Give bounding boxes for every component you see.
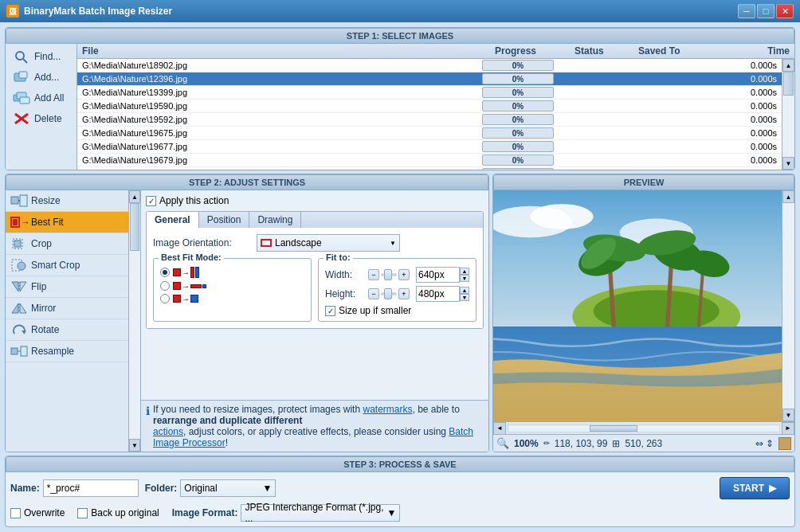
preview-image [493,190,782,421]
add-all-label: Add All [34,92,64,104]
height-slider-track[interactable] [381,292,397,295]
apply-action-row: Apply this action [146,195,484,206]
sidebar-item-mirror[interactable]: Mirror [6,298,128,319]
preview-scroll-left[interactable]: ◄ [493,422,506,435]
batch-processor-link[interactable]: Batch Image Processor [153,426,473,448]
height-slider-thumb[interactable] [384,288,392,299]
height-spin-down[interactable]: ▼ [460,294,469,301]
sidebar-item-resize[interactable]: Resize [6,190,128,212]
apply-checkbox[interactable] [146,196,156,206]
table-row[interactable]: G:\Media\Nature\19592.jpg 0% 0.000s [77,113,782,127]
file-list-content: G:\Media\Nature\18902.jpg 0% 0.000s G:\M… [77,59,782,170]
sidebar-scrollbar[interactable]: ▲ ▼ [128,190,140,452]
radio-bestfit-3[interactable] [160,294,170,303]
table-row[interactable]: G:\Media\Nature\19697.jpg 0% 0.000s [77,167,782,170]
maximize-button[interactable]: □ [757,4,775,18]
width-increase-btn[interactable]: + [398,269,410,280]
radio-bestfit-1[interactable] [160,268,170,277]
find-button[interactable]: Find... [9,47,73,66]
zoom-out-icon[interactable]: 🔍 [496,437,509,449]
width-input[interactable]: 640px [416,267,460,283]
preview-vscrollbar[interactable]: ▲ ▼ [782,190,794,421]
sidebar-item-rotate[interactable]: Rotate [6,319,128,341]
height-input[interactable]: 480px [416,286,460,302]
play-icon: ▶ [769,483,776,494]
radio-row-1: → [160,267,304,278]
col-header-saved: Saved To [638,45,734,57]
size-up-row: Size up if smaller [325,305,469,316]
bestfit-icon-2: → [173,282,206,291]
height-decrease-btn[interactable]: − [368,288,379,299]
scroll-down-arrow[interactable]: ▼ [782,157,794,170]
table-row[interactable]: G:\Media\Nature\12396.jpg 0% 0.000s [77,72,782,86]
preview-hscrollbar: ◄ ► [493,421,794,434]
scroll-up-arrow[interactable]: ▲ [782,59,794,72]
sidebar-scroll-up[interactable]: ▲ [129,190,140,203]
sidebar-item-label: Mirror [31,303,56,314]
table-row[interactable]: G:\Media\Nature\19675.jpg 0% 0.000s [77,127,782,140]
info-icon: ℹ [146,405,150,417]
file-list-vscrollbar[interactable]: ▲ ▼ [782,59,794,170]
file-path: G:\Media\Nature\12396.jpg [82,74,482,84]
delete-button[interactable]: Delete [9,109,73,128]
table-row[interactable]: G:\Media\Nature\19677.jpg 0% 0.000s [77,140,782,154]
overwrite-checkbox[interactable] [10,508,21,518]
sidebar-scroll-track [129,203,140,439]
actions-link[interactable]: actions [153,426,183,437]
svg-marker-25 [22,331,26,334]
orientation-select[interactable]: Landscape ▼ [257,234,400,252]
tab-drawing[interactable]: Drawing [249,212,301,228]
sidebar-actions: Resize → Best Fit Crop [6,190,128,452]
format-select[interactable]: JPEG Interchange Format (*.jpg, ... ▼ [241,504,400,522]
add-button[interactable]: Add... [9,68,73,87]
size-up-checkbox[interactable] [325,306,335,316]
sidebar-item-label: Rotate [31,324,59,335]
delete-label: Delete [34,113,62,124]
col-header-file: File [82,45,495,57]
height-spin-up[interactable]: ▲ [460,287,469,294]
width-slider-thumb[interactable] [384,269,392,280]
sidebar-scroll-thumb[interactable] [130,203,139,251]
sidebar-scroll-down[interactable]: ▼ [129,439,140,452]
tab-position[interactable]: Position [199,212,250,228]
bestfit-icon-3: → [173,295,198,303]
name-input[interactable] [43,479,139,497]
folder-select[interactable]: Original ▼ [180,479,276,497]
backup-field: Back up original [77,507,159,518]
height-increase-btn[interactable]: + [398,288,410,299]
sidebar-item-label: Resample [31,346,74,357]
flip-icon [10,280,28,294]
sidebar-item-resample[interactable]: Resample [6,341,128,362]
table-row[interactable]: G:\Media\Nature\18902.jpg 0% 0.000s [77,59,782,72]
minimize-button[interactable]: ─ [738,4,755,18]
add-all-button[interactable]: Add All [9,88,73,108]
close-button[interactable]: ✕ [776,4,794,18]
sidebar-item-flip[interactable]: Flip [6,276,128,298]
radio-bestfit-2[interactable] [160,281,170,291]
sidebar-item-smart-crop[interactable]: Smart Crop [6,255,128,276]
step3-body: Name: Folder: Original ▼ START ▶ [6,472,794,504]
table-row[interactable]: G:\Media\Nature\19399.jpg 0% 0.000s [77,86,782,100]
sidebar-item-best-fit[interactable]: → Best Fit [6,212,128,233]
table-row[interactable]: G:\Media\Nature\19679.jpg 0% 0.000s [77,154,782,167]
width-decrease-btn[interactable]: − [368,269,379,280]
preview-scroll-down[interactable]: ▼ [782,409,794,421]
width-spin-up[interactable]: ▲ [460,268,469,275]
preview-hscroll-thumb[interactable] [590,425,637,432]
svg-point-31 [531,204,594,229]
preview-scroll-up[interactable]: ▲ [782,190,794,203]
overwrite-label: Overwrite [24,507,65,518]
file-path: G:\Media\Nature\19675.jpg [82,128,482,138]
width-spin-down[interactable]: ▼ [460,275,469,282]
width-slider-track[interactable] [381,273,397,276]
scroll-thumb[interactable] [783,72,794,96]
preview-scroll-right[interactable]: ► [782,422,794,435]
watermarks-link[interactable]: watermarks [363,404,412,415]
svg-marker-22 [12,303,18,313]
backup-checkbox[interactable] [77,508,88,518]
table-row[interactable]: G:\Media\Nature\19590.jpg 0% 0.000s [77,100,782,113]
tab-general[interactable]: General [147,212,199,228]
start-button[interactable]: START ▶ [720,477,790,499]
sidebar-item-crop[interactable]: Crop [6,233,128,255]
format-field: Image Format: JPEG Interchange Format (*… [172,504,401,522]
